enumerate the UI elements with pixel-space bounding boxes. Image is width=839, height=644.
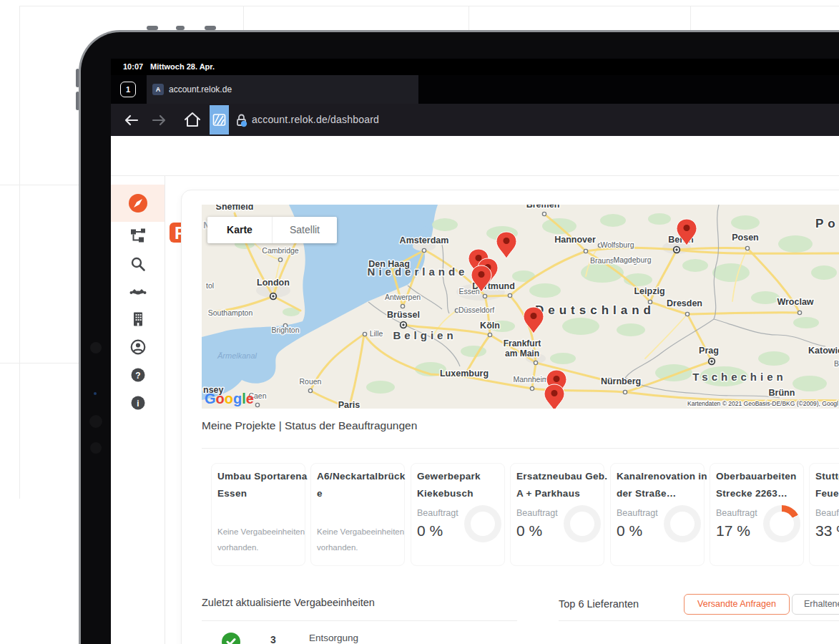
svg-text:?: ? xyxy=(135,371,140,381)
browser-tab[interactable]: A account.relok.de xyxy=(147,75,418,104)
project-title: StuttgartFeuerlösch xyxy=(810,468,839,502)
svg-text:Brighton: Brighton xyxy=(271,326,299,334)
project-title: GewerbeparkKiekebusch xyxy=(411,468,504,502)
svg-text:Luxemburg: Luxemburg xyxy=(440,369,489,379)
project-card[interactable]: StuttgartFeuerlösch Beauftragt 33 % xyxy=(809,463,839,566)
svg-text:Paris: Paris xyxy=(338,400,360,409)
project-card[interactable]: Kanalrenovation inder Straße… Beauftragt… xyxy=(610,463,705,566)
handshake-icon xyxy=(129,286,147,297)
project-card[interactable]: GewerbeparkKiekebusch Beauftragt 0 % xyxy=(411,463,505,566)
svg-text:Düsseldorf: Düsseldorf xyxy=(458,306,494,314)
svg-text:Southampton: Southampton xyxy=(208,308,253,317)
received-offers-button[interactable]: Erhaltene xyxy=(792,594,839,615)
tab-title: account.relok.de xyxy=(169,75,232,104)
status-time: 10:07 xyxy=(123,59,143,75)
tablet-screen: 10:07 Mittwoch 28. Apr. 1 A account.relo… xyxy=(111,59,839,644)
reader-frame-icon[interactable] xyxy=(210,105,229,135)
bg-grid-line xyxy=(243,6,244,30)
projects-heading: Meine Projekte | Status der Beauftragung… xyxy=(202,419,417,432)
sidebar-item-dashboard[interactable] xyxy=(111,185,165,222)
svg-text:Leipzig: Leipzig xyxy=(634,286,664,296)
project-status-label: Beauftragt xyxy=(516,508,558,518)
svg-text:Rouen: Rouen xyxy=(300,377,322,386)
sidebar-item-help[interactable]: ? xyxy=(111,361,165,389)
svg-text:Amsterdam: Amsterdam xyxy=(400,235,449,245)
vergabe-label[interactable]: Entsorgung xyxy=(309,633,358,643)
browser-tab-bar: 1 A account.relok.de xyxy=(111,75,839,104)
project-card[interactable]: Umbau SportarenaEssen Keine Vergabeeinhe… xyxy=(211,463,305,566)
divider xyxy=(111,175,839,176)
svg-text:Lille: Lille xyxy=(370,329,383,338)
svg-text:Kartendaten © 2021 GeoBasis-DE: Kartendaten © 2021 GeoBasis-DE/BKG (©200… xyxy=(687,400,838,407)
sent-requests-button[interactable]: Versandte Anfragen xyxy=(684,594,790,615)
divider xyxy=(202,448,839,449)
svg-text:Brünn: Brünn xyxy=(769,388,795,398)
project-title: Ersatzneubau Geb.A + Parkhaus xyxy=(511,468,604,502)
svg-text:tol: tol xyxy=(206,281,214,290)
tablet-camera-lens xyxy=(90,442,102,454)
sidebar-item-info[interactable]: i xyxy=(111,389,165,417)
page: { "device": {"time": "10:07", "date": "M… xyxy=(0,0,839,644)
tab-counter-button[interactable]: 1 xyxy=(120,82,136,97)
tablet-sensor xyxy=(94,392,97,395)
info-icon: i xyxy=(130,396,145,411)
building-icon xyxy=(132,312,144,327)
svg-text:Magdeburg: Magdeburg xyxy=(613,255,651,264)
svg-text:Prag: Prag xyxy=(699,346,719,356)
sidebar-item-partners[interactable] xyxy=(111,277,165,306)
bg-grid-line xyxy=(19,6,839,6)
project-title: OberbauarbeitenStrecke 2263… xyxy=(710,468,803,502)
svg-text:Hannover: Hannover xyxy=(554,235,596,245)
back-icon[interactable] xyxy=(121,110,141,130)
svg-text:Posen: Posen xyxy=(732,233,759,243)
bg-grid-line xyxy=(0,363,79,364)
project-title: Kanalrenovation inder Straße… xyxy=(611,468,704,502)
svg-text:Tschechien: Tschechien xyxy=(692,371,786,383)
svg-text:Wolfsburg: Wolfsburg xyxy=(600,240,634,249)
project-title: A6/Neckartalbrücke xyxy=(311,468,404,502)
svg-text:am Main: am Main xyxy=(505,348,539,358)
sidebar-item-search[interactable] xyxy=(111,250,165,278)
check-circle-icon xyxy=(222,633,240,644)
sidebar-item-structure[interactable] xyxy=(111,221,165,250)
progress-donut xyxy=(763,505,800,542)
svg-text:Antwerpen: Antwerpen xyxy=(385,293,421,301)
divider xyxy=(202,620,517,621)
svg-text:Brüssel: Brüssel xyxy=(387,310,420,320)
lock-icon[interactable] xyxy=(235,113,247,127)
svg-text:Katowice: Katowice xyxy=(808,346,839,356)
svg-text:Bie: Bie xyxy=(834,359,839,368)
app-top-bar: R RELOK xyxy=(111,136,839,175)
sidebar: ? i xyxy=(111,176,165,644)
project-note: Keine Vergabeeinheitenvorhanden. xyxy=(311,524,404,555)
project-percent: 17 % xyxy=(716,522,750,540)
bg-grid-line xyxy=(690,6,691,30)
project-card[interactable]: A6/Neckartalbrücke Keine Vergabeeinheite… xyxy=(310,463,405,566)
map-button-satellit[interactable]: Satellit xyxy=(272,217,337,243)
svg-text:Köln: Köln xyxy=(480,321,500,331)
progress-donut xyxy=(464,505,501,542)
url-field[interactable]: account.relok.de/dashboard xyxy=(252,104,379,136)
divider xyxy=(559,620,839,621)
sidebar-item-account[interactable] xyxy=(111,333,165,361)
home-icon[interactable] xyxy=(182,110,202,130)
svg-text:Sheffield: Sheffield xyxy=(216,205,254,212)
svg-text:London: London xyxy=(257,278,290,288)
svg-text:Ärmelkanal: Ärmelkanal xyxy=(217,351,257,360)
project-card[interactable]: OberbauarbeitenStrecke 2263… Beauftragt … xyxy=(710,463,804,566)
google-logo[interactable]: Google xyxy=(205,391,254,407)
browser-nav-bar: account.relok.de/dashboard xyxy=(111,104,839,136)
project-status-label: Beauftragt xyxy=(716,508,757,518)
svg-text:Frankfurt: Frankfurt xyxy=(504,338,541,348)
project-note: Keine Vergabeeinheitenvorhanden. xyxy=(212,524,305,555)
svg-text:Wroclaw: Wroclaw xyxy=(777,297,813,307)
project-percent: 0 % xyxy=(516,522,542,540)
forward-icon[interactable] xyxy=(149,110,170,130)
sidebar-item-company[interactable] xyxy=(111,305,165,333)
project-card[interactable]: Ersatzneubau Geb.A + Parkhaus Beauftragt… xyxy=(510,463,604,566)
status-bar: 10:07 Mittwoch 28. Apr. xyxy=(111,59,839,75)
lieferanten-heading: Top 6 Lieferanten xyxy=(559,598,639,610)
map[interactable]: SheffieldENGLANDCambridgeLondontolSoutha… xyxy=(202,205,839,409)
map-button-karte[interactable]: Karte xyxy=(207,217,272,243)
map-type-control: Karte Satellit xyxy=(207,217,337,243)
